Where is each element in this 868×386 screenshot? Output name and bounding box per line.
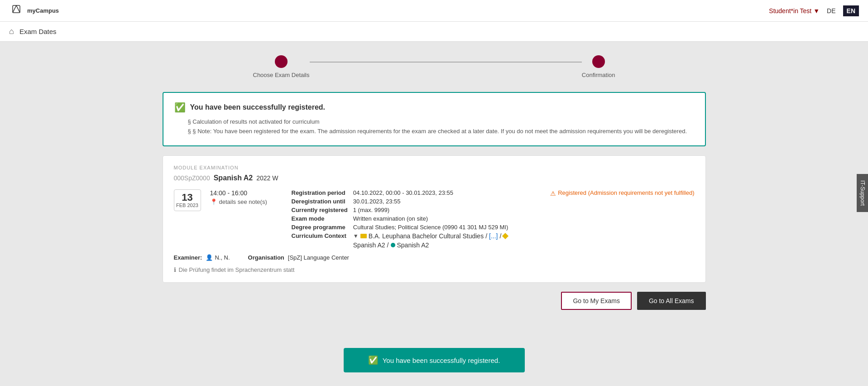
examiner-label: Examiner:	[174, 254, 202, 261]
folder-icon	[360, 234, 367, 238]
module-code: 000SpZ0000	[174, 174, 210, 182]
sub-navigation: ⌂ Exam Dates	[0, 22, 868, 42]
step-1-label: Choose Exam Details	[253, 72, 310, 78]
toast-check-icon: ✅	[368, 355, 378, 365]
success-note-2: § § Note: You have been registered for t…	[188, 127, 694, 136]
examiner-row: Examiner: 👤 N., N. Organisation [SpZ] La…	[174, 254, 695, 261]
examiner-name: N., N.	[215, 254, 230, 261]
dereg-until-label: Deregistration until	[292, 198, 348, 205]
svg-rect-0	[13, 5, 20, 13]
curriculum-ba-text: B.A. Leuphana Bachelor Cultural Studies	[369, 232, 484, 240]
exam-details-row: 13 FEB 2023 14:00 - 16:00 📍 details see …	[174, 189, 695, 249]
step-1-circle	[275, 55, 288, 68]
svg-line-1	[13, 5, 16, 13]
exam-mode-value: Written examination (on site)	[353, 215, 541, 222]
warning-icon: ⚠	[550, 190, 556, 197]
module-name: Spanish A2	[214, 174, 253, 182]
exam-time-location: 14:00 - 16:00 📍 details see note(s)	[210, 189, 283, 205]
go-to-my-exams-button[interactable]: Go to My Exams	[561, 292, 631, 310]
success-notes: § Calculation of results not activated f…	[188, 117, 694, 136]
top-navigation: myCampus Student*in Test ▼ DE EN	[0, 0, 868, 22]
success-note-1: § Calculation of results not activated f…	[188, 117, 694, 127]
examiner-value: 👤 N., N.	[206, 254, 230, 261]
module-semester: 2022 W	[256, 174, 278, 182]
date-day: 13	[176, 193, 199, 203]
exam-status: ⚠ Registered (Admission requirements not…	[550, 189, 694, 197]
exam-location: 📍 details see note(s)	[210, 198, 283, 205]
it-support-label: IT-Support	[859, 180, 866, 206]
reg-period-value: 04.10.2022, 00:00 - 30.01.2023, 23:55	[353, 189, 541, 196]
module-section-label: MODULE EXAMINATION	[174, 165, 695, 170]
svg-line-2	[16, 5, 20, 13]
toast-text: You have been successfully registered.	[383, 357, 500, 364]
currently-reg-label: Currently registered	[292, 207, 348, 213]
lang-en-button[interactable]: EN	[843, 5, 859, 16]
date-month: FEB 2023	[176, 203, 199, 208]
success-title: ✅ You have been successfully registered.	[174, 102, 694, 113]
status-text: Registered (Admission requirements not y…	[558, 189, 694, 196]
organisation-label: Organisation	[248, 254, 284, 261]
main-wrapper: Choose Exam Details Confirmation ✅ You h…	[0, 42, 868, 386]
step-line	[310, 62, 582, 63]
step-1: Choose Exam Details	[253, 55, 310, 78]
note-text: Die Prüfung findet im Sprachenzentrum st…	[179, 266, 295, 273]
curriculum-context-value: ▼ B.A. Leuphana Bachelor Cultural Studie…	[353, 232, 541, 249]
top-nav-right: Student*in Test ▼ DE EN	[769, 5, 859, 16]
logo-text: myCampus	[27, 7, 59, 14]
it-support-tab[interactable]: IT-Support	[857, 174, 868, 212]
step-2: Confirmation	[582, 55, 615, 78]
step-2-label: Confirmation	[582, 72, 615, 78]
location-pin-icon: 📍	[210, 198, 217, 205]
content-area: Choose Exam Details Confirmation ✅ You h…	[163, 55, 706, 350]
location-text: details see note(s)	[219, 198, 267, 205]
degree-programme-label: Degree programme	[292, 224, 348, 231]
stepper: Choose Exam Details Confirmation	[163, 55, 706, 78]
success-box: ✅ You have been successfully registered.…	[163, 92, 706, 146]
module-title-row: 000SpZ0000 Spanish A2 2022 W	[174, 174, 695, 182]
dereg-until-value: 30.01.2023, 23:55	[353, 198, 541, 205]
curriculum-slash-1: /	[485, 232, 487, 240]
buttons-row: Go to My Exams Go to All Exams	[163, 292, 706, 310]
currently-reg-value: 1 (max. 9999)	[353, 207, 541, 213]
person-icon: 👤	[206, 254, 213, 261]
examiner-field: Examiner: 👤 N., N.	[174, 254, 230, 261]
exam-mode-label: Exam mode	[292, 215, 348, 222]
note-row: ℹ Die Prüfung findet im Sprachenzentrum …	[174, 266, 695, 273]
organisation-field: Organisation [SpZ] Language Center	[248, 254, 349, 261]
home-icon[interactable]: ⌂	[9, 27, 14, 36]
lang-de-button[interactable]: DE	[827, 7, 835, 14]
degree-programme-value: Cultural Studies; Political Science (099…	[353, 224, 541, 231]
status-badge: ⚠ Registered (Admission requirements not…	[550, 189, 694, 197]
chevron-down-icon: ▼	[353, 233, 359, 239]
step-2-circle	[592, 55, 605, 68]
info-icon: ℹ	[174, 266, 176, 273]
module-card: MODULE EXAMINATION 000SpZ0000 Spanish A2…	[163, 155, 706, 283]
curriculum-spanish-a2-2: Spanish A2	[397, 241, 429, 249]
dot-green-icon	[391, 243, 395, 247]
organisation-value: [SpZ] Language Center	[288, 254, 349, 261]
logo-area: myCampus	[9, 4, 59, 18]
exam-time: 14:00 - 16:00	[210, 189, 283, 197]
curriculum-ellipsis: [...]	[489, 232, 498, 240]
curriculum-slash-2: /	[500, 232, 502, 240]
user-menu[interactable]: Student*in Test ▼	[769, 7, 820, 14]
curriculum-context-label: Curriculum Context	[292, 232, 348, 249]
check-circle-icon: ✅	[174, 102, 186, 113]
go-to-all-exams-button[interactable]: Go to All Exams	[637, 292, 706, 310]
logo-icon	[9, 4, 24, 18]
curriculum-spanish-a2-1: Spanish A2	[353, 241, 385, 249]
dropdown-arrow-icon: ▼	[813, 7, 820, 14]
success-title-text: You have been successfully registered.	[190, 103, 326, 111]
user-name: Student*in Test	[769, 7, 811, 14]
date-box: 13 FEB 2023	[174, 189, 201, 211]
curriculum-slash-3: /	[387, 241, 389, 249]
diamond-icon	[502, 233, 508, 239]
exam-meta-grid: Registration period 04.10.2022, 00:00 - …	[292, 189, 542, 249]
reg-period-label: Registration period	[292, 189, 348, 196]
page-title: Exam Dates	[19, 28, 57, 35]
toast-notification: ✅ You have been successfully registered.	[344, 348, 525, 372]
